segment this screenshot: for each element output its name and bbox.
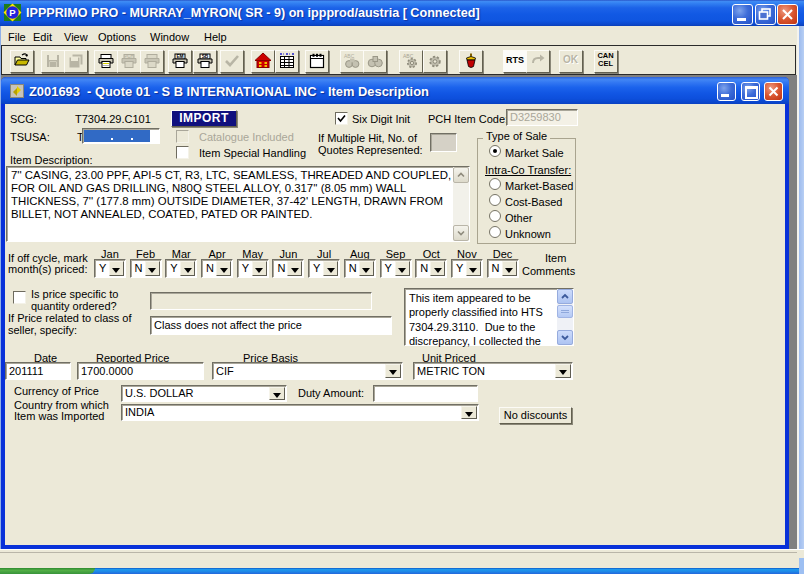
svg-text:EM: EM (176, 54, 183, 59)
svg-text:P: P (9, 7, 16, 18)
svg-text:SB: SB (201, 54, 208, 59)
svg-text:ABC: ABC (344, 53, 355, 59)
